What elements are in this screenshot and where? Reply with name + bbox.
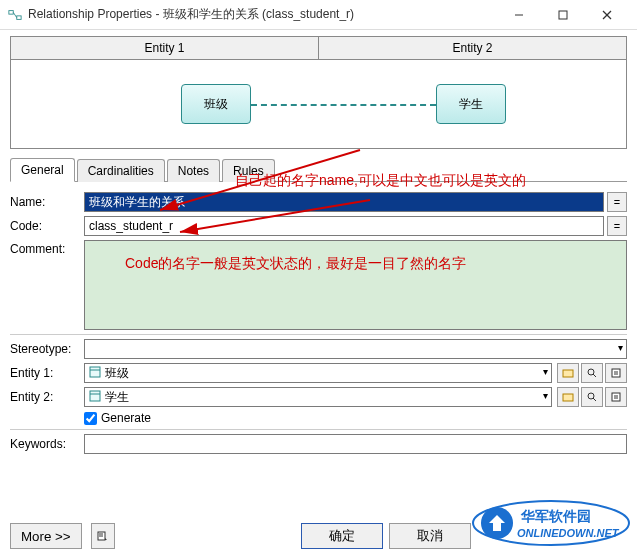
ok-button[interactable]: 确定 (301, 523, 383, 549)
entity-canvas: 班级 学生 (11, 60, 626, 148)
table-icon (89, 390, 101, 405)
minimize-button[interactable] (497, 0, 541, 30)
code-input[interactable] (84, 216, 604, 236)
svg-rect-15 (90, 391, 100, 401)
svg-line-2 (13, 12, 17, 17)
code-row: Code: = (10, 216, 627, 236)
name-input[interactable] (84, 192, 604, 212)
entity1-browse-button[interactable] (557, 363, 579, 383)
more-button[interactable]: More >> (10, 523, 82, 549)
entity2-header: Entity 2 (319, 37, 626, 59)
entity2-props-button[interactable] (605, 387, 627, 407)
stereotype-select[interactable]: ▾ (84, 339, 627, 359)
entity1-label: Entity 1: (10, 366, 84, 380)
entity1-buttons (555, 363, 627, 383)
tab-notes[interactable]: Notes (167, 159, 220, 182)
generate-checkbox[interactable] (84, 412, 97, 425)
code-label: Code: (10, 219, 84, 233)
comment-label: Comment: (10, 240, 84, 256)
maximize-button[interactable] (541, 0, 585, 30)
watermark-logo: 华军软件园 ONLINEDOWN.NET (471, 499, 631, 547)
generate-row: Generate (84, 411, 627, 425)
entity-header-row: Entity 1 Entity 2 (11, 37, 626, 60)
chevron-down-icon: ▾ (543, 366, 548, 377)
svg-text:ONLINEDOWN.NET: ONLINEDOWN.NET (517, 527, 620, 539)
window-buttons (497, 0, 629, 30)
close-button[interactable] (585, 0, 629, 30)
window-title: Relationship Properties - 班级和学生的关系 (clas… (28, 6, 497, 23)
keywords-input[interactable] (84, 434, 627, 454)
svg-rect-7 (90, 367, 100, 377)
entity2-find-button[interactable] (581, 387, 603, 407)
entity1-row: Entity 1: 班级 ▾ (10, 363, 627, 383)
tab-general[interactable]: General (10, 158, 75, 182)
svg-text:华军软件园: 华军软件园 (520, 508, 591, 524)
entity2-browse-button[interactable] (557, 387, 579, 407)
svg-line-19 (593, 398, 596, 401)
keywords-row: Keywords: (10, 434, 627, 454)
entity1-header: Entity 1 (11, 37, 319, 59)
tab-cardinalities[interactable]: Cardinalities (77, 159, 165, 182)
name-label: Name: (10, 195, 84, 209)
app-icon (8, 8, 22, 22)
entity-diagram-panel: Entity 1 Entity 2 班级 学生 (10, 36, 627, 149)
entity1-find-button[interactable] (581, 363, 603, 383)
svg-rect-20 (612, 393, 620, 401)
svg-rect-1 (17, 15, 21, 19)
svg-line-11 (593, 374, 596, 377)
entity2-label: Entity 2: (10, 390, 84, 404)
chevron-down-icon: ▾ (543, 390, 548, 401)
svg-rect-9 (563, 370, 573, 377)
entity2-box: 学生 (436, 84, 506, 124)
annotation-name: 自己起的名字name,可以是中文也可以是英文的 (235, 171, 605, 191)
name-row: Name: = (10, 192, 627, 212)
relationship-link (251, 104, 436, 106)
entity1-value: 班级 (105, 365, 129, 382)
svg-rect-0 (9, 10, 13, 14)
divider-1 (10, 334, 627, 335)
menu-button[interactable] (91, 523, 115, 549)
stereotype-label: Stereotype: (10, 342, 84, 356)
title-bar: Relationship Properties - 班级和学生的关系 (clas… (0, 0, 637, 30)
entity1-select[interactable]: 班级 ▾ (84, 363, 552, 383)
svg-rect-12 (612, 369, 620, 377)
general-form: Name: = Code: = Comment: Stereotype: ▾ E… (10, 188, 627, 454)
annotation-code: Code的名字一般是英文状态的，最好是一目了然的名字 (125, 254, 585, 274)
stereotype-row: Stereotype: ▾ (10, 339, 627, 359)
entity2-value: 学生 (105, 389, 129, 406)
code-sync-button[interactable]: = (607, 216, 627, 236)
entity2-select[interactable]: 学生 ▾ (84, 387, 552, 407)
table-icon (89, 366, 101, 381)
entity1-props-button[interactable] (605, 363, 627, 383)
keywords-label: Keywords: (10, 437, 84, 451)
chevron-down-icon: ▾ (618, 342, 623, 353)
entity2-row: Entity 2: 学生 ▾ (10, 387, 627, 407)
svg-rect-17 (563, 394, 573, 401)
cancel-button[interactable]: 取消 (389, 523, 471, 549)
entity1-box: 班级 (181, 84, 251, 124)
name-sync-button[interactable]: = (607, 192, 627, 212)
divider-2 (10, 429, 627, 430)
entity2-buttons (555, 387, 627, 407)
generate-label: Generate (101, 411, 151, 425)
svg-rect-4 (559, 11, 567, 19)
